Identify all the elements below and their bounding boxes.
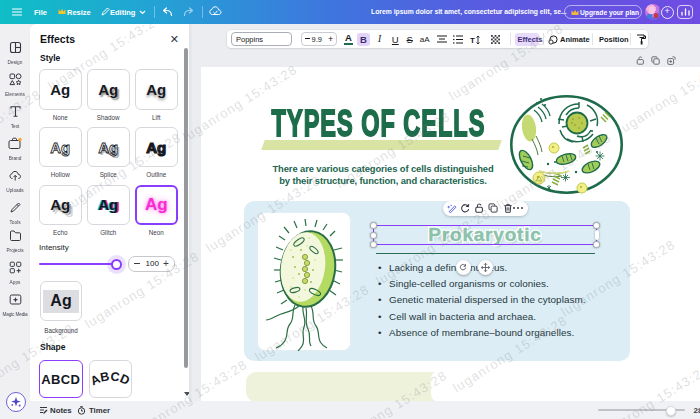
svg-text:T: T (470, 36, 475, 45)
svg-text:ABCD: ABCD (90, 369, 131, 388)
